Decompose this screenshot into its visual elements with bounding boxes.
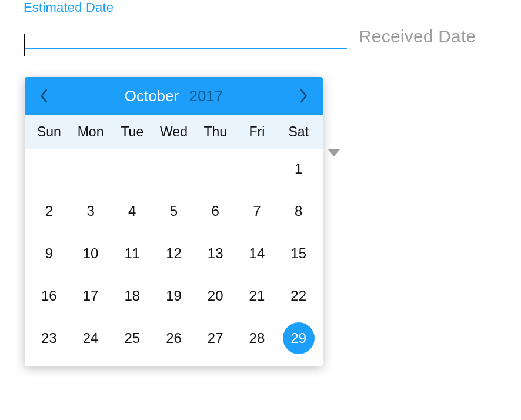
calendar-year: 2017	[189, 87, 223, 105]
weekday-header: SunMonTueWedThuFriSat	[25, 115, 323, 149]
weekday-label: Mon	[70, 124, 112, 140]
day-22[interactable]: 22	[278, 282, 319, 309]
weekday-label: Sat	[278, 124, 319, 140]
day-8[interactable]: 8	[278, 198, 319, 225]
chevron-left-icon	[39, 88, 49, 104]
day-empty	[195, 155, 236, 182]
day-empty	[28, 155, 70, 182]
day-5[interactable]: 5	[153, 198, 195, 225]
day-11[interactable]: 11	[111, 240, 153, 267]
day-28[interactable]: 28	[236, 325, 278, 352]
weekday-label: Thu	[195, 124, 236, 140]
received-date-field[interactable]: Received Date	[359, 26, 506, 54]
day-empty	[111, 155, 153, 182]
calendar-header: October 2017	[25, 77, 323, 115]
secondary-divider	[320, 159, 521, 159]
day-25[interactable]: 25	[111, 325, 153, 352]
day-27[interactable]: 27	[195, 325, 236, 352]
day-empty	[153, 155, 195, 182]
received-date-label: Received Date	[359, 26, 476, 46]
day-7[interactable]: 7	[236, 198, 278, 225]
next-month-button[interactable]	[293, 86, 313, 106]
weekday-label: Wed	[153, 124, 195, 140]
estimated-date-label: Estimated Date	[24, 0, 347, 15]
calendar-month: October	[125, 87, 179, 105]
date-picker: October 2017 SunMonTueWedThuFriSat 12345…	[25, 77, 323, 366]
day-3[interactable]: 3	[70, 198, 112, 225]
day-16[interactable]: 16	[28, 282, 70, 309]
day-empty	[70, 155, 112, 182]
received-date-underline	[359, 54, 512, 54]
day-20[interactable]: 20	[195, 282, 236, 309]
chevron-down-icon[interactable]	[328, 149, 340, 156]
day-2[interactable]: 2	[28, 198, 70, 225]
calendar-title[interactable]: October 2017	[125, 87, 223, 105]
day-grid: 1234567891011121314151617181920212223242…	[25, 149, 323, 366]
day-26[interactable]: 26	[153, 325, 195, 352]
day-19[interactable]: 19	[153, 282, 195, 309]
weekday-label: Fri	[236, 124, 278, 140]
day-18[interactable]: 18	[111, 282, 153, 309]
prev-month-button[interactable]	[34, 86, 54, 106]
day-12[interactable]: 12	[153, 240, 195, 267]
day-empty	[236, 155, 278, 182]
day-29[interactable]: 29	[278, 325, 319, 352]
day-21[interactable]: 21	[236, 282, 278, 309]
day-6[interactable]: 6	[195, 198, 236, 225]
day-13[interactable]: 13	[195, 240, 236, 267]
day-17[interactable]: 17	[70, 282, 112, 309]
weekday-label: Sun	[28, 124, 70, 140]
day-14[interactable]: 14	[236, 240, 278, 267]
day-4[interactable]: 4	[111, 198, 153, 225]
day-1[interactable]: 1	[278, 155, 319, 182]
day-9[interactable]: 9	[28, 240, 70, 267]
day-24[interactable]: 24	[70, 325, 112, 352]
weekday-label: Tue	[111, 124, 153, 140]
day-23[interactable]: 23	[28, 325, 70, 352]
chevron-right-icon	[298, 88, 309, 104]
day-10[interactable]: 10	[70, 240, 112, 267]
day-15[interactable]: 15	[278, 240, 319, 267]
